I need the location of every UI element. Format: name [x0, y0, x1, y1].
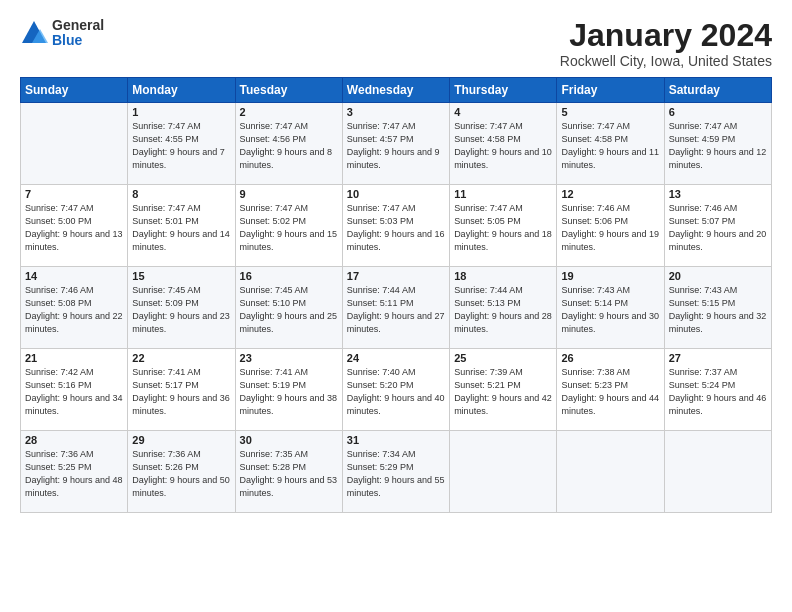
calendar-header-day: Saturday — [664, 78, 771, 103]
calendar-day-cell: 27Sunrise: 7:37 AM Sunset: 5:24 PM Dayli… — [664, 349, 771, 431]
day-info: Sunrise: 7:47 AM Sunset: 4:55 PM Dayligh… — [132, 120, 230, 172]
day-info: Sunrise: 7:46 AM Sunset: 5:06 PM Dayligh… — [561, 202, 659, 254]
day-number: 18 — [454, 270, 552, 282]
calendar-header-row: SundayMondayTuesdayWednesdayThursdayFrid… — [21, 78, 772, 103]
calendar-day-cell: 20Sunrise: 7:43 AM Sunset: 5:15 PM Dayli… — [664, 267, 771, 349]
day-number: 30 — [240, 434, 338, 446]
calendar-day-cell: 9Sunrise: 7:47 AM Sunset: 5:02 PM Daylig… — [235, 185, 342, 267]
calendar-day-cell: 8Sunrise: 7:47 AM Sunset: 5:01 PM Daylig… — [128, 185, 235, 267]
calendar-header-day: Sunday — [21, 78, 128, 103]
logo-text: General Blue — [52, 18, 104, 49]
calendar-day-cell: 5Sunrise: 7:47 AM Sunset: 4:58 PM Daylig… — [557, 103, 664, 185]
day-number: 23 — [240, 352, 338, 364]
day-number: 13 — [669, 188, 767, 200]
calendar-week-row: 7Sunrise: 7:47 AM Sunset: 5:00 PM Daylig… — [21, 185, 772, 267]
day-info: Sunrise: 7:44 AM Sunset: 5:11 PM Dayligh… — [347, 284, 445, 336]
header: General Blue January 2024 Rockwell City,… — [20, 18, 772, 69]
day-number: 11 — [454, 188, 552, 200]
calendar-day-cell: 16Sunrise: 7:45 AM Sunset: 5:10 PM Dayli… — [235, 267, 342, 349]
calendar-table: SundayMondayTuesdayWednesdayThursdayFrid… — [20, 77, 772, 513]
calendar-day-cell: 25Sunrise: 7:39 AM Sunset: 5:21 PM Dayli… — [450, 349, 557, 431]
calendar-day-cell: 21Sunrise: 7:42 AM Sunset: 5:16 PM Dayli… — [21, 349, 128, 431]
day-info: Sunrise: 7:38 AM Sunset: 5:23 PM Dayligh… — [561, 366, 659, 418]
day-number: 3 — [347, 106, 445, 118]
day-number: 26 — [561, 352, 659, 364]
day-info: Sunrise: 7:43 AM Sunset: 5:15 PM Dayligh… — [669, 284, 767, 336]
day-info: Sunrise: 7:36 AM Sunset: 5:26 PM Dayligh… — [132, 448, 230, 500]
calendar-day-cell: 1Sunrise: 7:47 AM Sunset: 4:55 PM Daylig… — [128, 103, 235, 185]
calendar-day-cell: 26Sunrise: 7:38 AM Sunset: 5:23 PM Dayli… — [557, 349, 664, 431]
calendar-day-cell: 13Sunrise: 7:46 AM Sunset: 5:07 PM Dayli… — [664, 185, 771, 267]
day-number: 25 — [454, 352, 552, 364]
day-info: Sunrise: 7:45 AM Sunset: 5:09 PM Dayligh… — [132, 284, 230, 336]
calendar-day-cell: 31Sunrise: 7:34 AM Sunset: 5:29 PM Dayli… — [342, 431, 449, 513]
logo: General Blue — [20, 18, 104, 49]
calendar-title: January 2024 — [560, 18, 772, 53]
day-number: 9 — [240, 188, 338, 200]
day-info: Sunrise: 7:47 AM Sunset: 5:00 PM Dayligh… — [25, 202, 123, 254]
calendar-day-cell — [557, 431, 664, 513]
day-number: 4 — [454, 106, 552, 118]
calendar-subtitle: Rockwell City, Iowa, United States — [560, 53, 772, 69]
calendar-day-cell: 6Sunrise: 7:47 AM Sunset: 4:59 PM Daylig… — [664, 103, 771, 185]
calendar-day-cell: 30Sunrise: 7:35 AM Sunset: 5:28 PM Dayli… — [235, 431, 342, 513]
calendar-day-cell: 12Sunrise: 7:46 AM Sunset: 5:06 PM Dayli… — [557, 185, 664, 267]
calendar-day-cell: 24Sunrise: 7:40 AM Sunset: 5:20 PM Dayli… — [342, 349, 449, 431]
day-info: Sunrise: 7:47 AM Sunset: 5:01 PM Dayligh… — [132, 202, 230, 254]
day-number: 16 — [240, 270, 338, 282]
day-info: Sunrise: 7:47 AM Sunset: 4:56 PM Dayligh… — [240, 120, 338, 172]
logo-blue: Blue — [52, 33, 104, 48]
calendar-header-day: Tuesday — [235, 78, 342, 103]
day-number: 1 — [132, 106, 230, 118]
day-number: 7 — [25, 188, 123, 200]
calendar-day-cell: 28Sunrise: 7:36 AM Sunset: 5:25 PM Dayli… — [21, 431, 128, 513]
day-info: Sunrise: 7:46 AM Sunset: 5:08 PM Dayligh… — [25, 284, 123, 336]
day-info: Sunrise: 7:36 AM Sunset: 5:25 PM Dayligh… — [25, 448, 123, 500]
day-info: Sunrise: 7:37 AM Sunset: 5:24 PM Dayligh… — [669, 366, 767, 418]
page: General Blue January 2024 Rockwell City,… — [0, 0, 792, 612]
day-number: 29 — [132, 434, 230, 446]
day-info: Sunrise: 7:47 AM Sunset: 4:58 PM Dayligh… — [561, 120, 659, 172]
day-info: Sunrise: 7:42 AM Sunset: 5:16 PM Dayligh… — [25, 366, 123, 418]
calendar-day-cell: 14Sunrise: 7:46 AM Sunset: 5:08 PM Dayli… — [21, 267, 128, 349]
day-info: Sunrise: 7:43 AM Sunset: 5:14 PM Dayligh… — [561, 284, 659, 336]
calendar-day-cell: 18Sunrise: 7:44 AM Sunset: 5:13 PM Dayli… — [450, 267, 557, 349]
calendar-week-row: 21Sunrise: 7:42 AM Sunset: 5:16 PM Dayli… — [21, 349, 772, 431]
day-info: Sunrise: 7:39 AM Sunset: 5:21 PM Dayligh… — [454, 366, 552, 418]
calendar-header-day: Wednesday — [342, 78, 449, 103]
calendar-day-cell: 19Sunrise: 7:43 AM Sunset: 5:14 PM Dayli… — [557, 267, 664, 349]
calendar-day-cell: 10Sunrise: 7:47 AM Sunset: 5:03 PM Dayli… — [342, 185, 449, 267]
day-number: 6 — [669, 106, 767, 118]
logo-general: General — [52, 18, 104, 33]
day-number: 10 — [347, 188, 445, 200]
day-info: Sunrise: 7:45 AM Sunset: 5:10 PM Dayligh… — [240, 284, 338, 336]
day-info: Sunrise: 7:44 AM Sunset: 5:13 PM Dayligh… — [454, 284, 552, 336]
logo-icon — [20, 19, 48, 47]
day-info: Sunrise: 7:47 AM Sunset: 4:59 PM Dayligh… — [669, 120, 767, 172]
day-number: 14 — [25, 270, 123, 282]
calendar-day-cell — [450, 431, 557, 513]
day-info: Sunrise: 7:41 AM Sunset: 5:19 PM Dayligh… — [240, 366, 338, 418]
day-number: 19 — [561, 270, 659, 282]
calendar-week-row: 28Sunrise: 7:36 AM Sunset: 5:25 PM Dayli… — [21, 431, 772, 513]
calendar-day-cell: 4Sunrise: 7:47 AM Sunset: 4:58 PM Daylig… — [450, 103, 557, 185]
day-info: Sunrise: 7:47 AM Sunset: 4:58 PM Dayligh… — [454, 120, 552, 172]
day-number: 15 — [132, 270, 230, 282]
day-number: 12 — [561, 188, 659, 200]
calendar-day-cell: 11Sunrise: 7:47 AM Sunset: 5:05 PM Dayli… — [450, 185, 557, 267]
calendar-day-cell: 7Sunrise: 7:47 AM Sunset: 5:00 PM Daylig… — [21, 185, 128, 267]
day-info: Sunrise: 7:41 AM Sunset: 5:17 PM Dayligh… — [132, 366, 230, 418]
day-info: Sunrise: 7:46 AM Sunset: 5:07 PM Dayligh… — [669, 202, 767, 254]
calendar-day-cell: 22Sunrise: 7:41 AM Sunset: 5:17 PM Dayli… — [128, 349, 235, 431]
calendar-day-cell: 2Sunrise: 7:47 AM Sunset: 4:56 PM Daylig… — [235, 103, 342, 185]
calendar-week-row: 1Sunrise: 7:47 AM Sunset: 4:55 PM Daylig… — [21, 103, 772, 185]
day-number: 20 — [669, 270, 767, 282]
day-number: 5 — [561, 106, 659, 118]
calendar-week-row: 14Sunrise: 7:46 AM Sunset: 5:08 PM Dayli… — [21, 267, 772, 349]
day-number: 2 — [240, 106, 338, 118]
calendar-header-day: Friday — [557, 78, 664, 103]
day-info: Sunrise: 7:47 AM Sunset: 4:57 PM Dayligh… — [347, 120, 445, 172]
day-number: 8 — [132, 188, 230, 200]
day-number: 17 — [347, 270, 445, 282]
calendar-day-cell: 3Sunrise: 7:47 AM Sunset: 4:57 PM Daylig… — [342, 103, 449, 185]
